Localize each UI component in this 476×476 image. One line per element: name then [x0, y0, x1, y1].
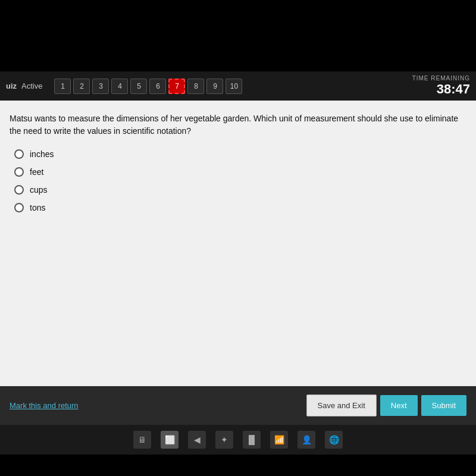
- taskbar-monitor-icon: 🖥: [133, 431, 151, 449]
- top-black-area: [0, 0, 476, 71]
- option-label-0: inches: [30, 149, 54, 159]
- quiz-label: uiz: [6, 82, 17, 90]
- radio-circle-0[interactable]: [14, 149, 24, 159]
- question-nav-btn-2[interactable]: 2: [73, 79, 90, 94]
- option-label-2: cups: [30, 185, 48, 195]
- question-nav-btn-7[interactable]: 7: [168, 79, 185, 94]
- radio-circle-2[interactable]: [14, 185, 24, 195]
- taskbar-network-icon: 📶: [270, 431, 288, 449]
- question-nav-btn-8[interactable]: 8: [187, 79, 204, 94]
- save-exit-button[interactable]: Save and Exit: [306, 394, 377, 416]
- question-nav-btn-6[interactable]: 6: [149, 79, 166, 94]
- mark-return-link[interactable]: Mark this and return: [10, 401, 79, 410]
- option-item-3[interactable]: tons: [14, 203, 466, 212]
- taskbar-window-icon[interactable]: ⬜: [161, 431, 178, 449]
- active-label: Active: [21, 82, 42, 90]
- timer-value: 38:47: [399, 82, 470, 97]
- quiz-header: uiz Active 12345678910 TIME REMAINING 38…: [0, 71, 476, 101]
- taskbar-globe-icon: 🌐: [325, 431, 343, 449]
- timer-area: TIME REMAINING 38:47: [399, 75, 470, 97]
- next-button[interactable]: Next: [380, 395, 418, 416]
- question-nav-btn-4[interactable]: 4: [111, 79, 128, 94]
- taskbar-bar-icon: ▐▌: [243, 431, 261, 449]
- option-item-0[interactable]: inches: [14, 149, 466, 159]
- question-nav: 12345678910: [54, 79, 399, 94]
- question-text: Matsu wants to measure the dimensions of…: [10, 112, 466, 137]
- option-item-1[interactable]: feet: [14, 167, 466, 177]
- submit-button[interactable]: Submit: [421, 395, 466, 416]
- taskbar-dropbox-icon[interactable]: ✦: [215, 431, 233, 449]
- bottom-bar: Mark this and return Save and Exit Next …: [0, 386, 476, 425]
- option-label-3: tons: [30, 203, 45, 212]
- question-nav-btn-1[interactable]: 1: [54, 79, 71, 94]
- question-nav-btn-9[interactable]: 9: [206, 79, 223, 94]
- action-buttons: Save and Exit Next Submit: [306, 394, 466, 416]
- quiz-status: uiz Active: [6, 82, 42, 90]
- taskbar-back-icon[interactable]: ◀: [188, 431, 206, 449]
- options-list: inchesfeetcupstons: [14, 149, 466, 212]
- question-nav-btn-5[interactable]: 5: [130, 79, 147, 94]
- option-label-1: feet: [30, 167, 43, 177]
- option-item-2[interactable]: cups: [14, 185, 466, 195]
- taskbar-user-icon: 👤: [298, 431, 315, 449]
- question-nav-btn-3[interactable]: 3: [92, 79, 109, 94]
- radio-circle-3[interactable]: [14, 203, 24, 212]
- question-nav-btn-10[interactable]: 10: [226, 79, 242, 94]
- radio-circle-1[interactable]: [14, 167, 24, 177]
- taskbar: 🖥 ⬜ ◀ ✦ ▐▌ 📶 👤 🌐: [0, 425, 476, 455]
- timer-label: TIME REMAINING: [399, 75, 470, 82]
- main-content: Matsu wants to measure the dimensions of…: [0, 101, 476, 386]
